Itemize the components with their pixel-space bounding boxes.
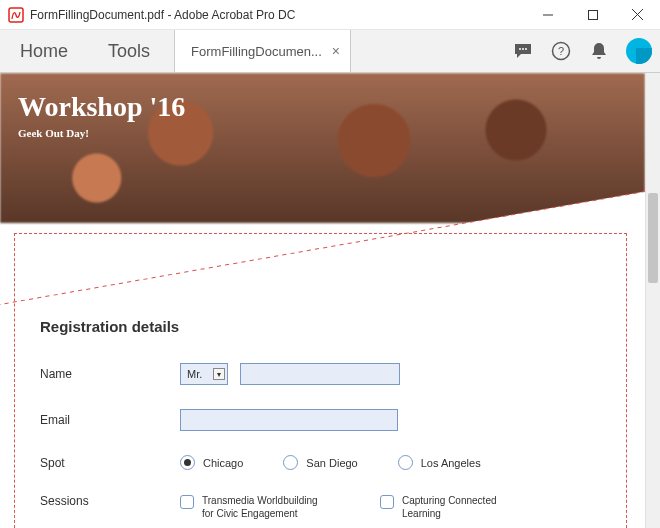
row-name: Name Mr. ▾: [40, 363, 615, 385]
name-label: Name: [40, 367, 180, 381]
scrollbar[interactable]: [645, 73, 660, 528]
spot-label: Spot: [40, 456, 180, 470]
window-title: FormFillingDocument.pdf - Adobe Acrobat …: [30, 8, 525, 22]
svg-text:?: ?: [558, 45, 564, 57]
tab-document-label: FormFillingDocumen...: [191, 44, 322, 59]
checkbox-icon: [380, 495, 394, 509]
hero-subtitle: Geek Out Day!: [18, 127, 185, 139]
chevron-down-icon: ▾: [213, 368, 225, 380]
scrollbar-thumb[interactable]: [648, 193, 658, 283]
radio-label: Chicago: [203, 457, 243, 469]
row-spot: Spot Chicago San Diego Los Angeles: [40, 455, 615, 470]
hero-title: Workshop '16: [18, 91, 185, 123]
acrobat-icon: [8, 7, 24, 23]
email-label: Email: [40, 413, 180, 427]
close-tab-icon[interactable]: ×: [332, 43, 340, 59]
avatar[interactable]: [626, 38, 652, 64]
radio-icon: [283, 455, 298, 470]
radio-losangeles[interactable]: Los Angeles: [398, 455, 481, 470]
row-sessions: Sessions Transmedia Worldbuilding for Ci…: [40, 494, 615, 520]
bell-icon[interactable]: [580, 30, 618, 72]
svg-point-5: [519, 48, 521, 50]
close-button[interactable]: [615, 0, 660, 30]
check-label: Transmedia Worldbuilding for Civic Engag…: [202, 494, 332, 520]
email-input[interactable]: [180, 409, 398, 431]
hero-text: Workshop '16 Geek Out Day!: [18, 91, 185, 139]
tab-home[interactable]: Home: [0, 30, 88, 72]
document-page: Workshop '16 Geek Out Day! Registration …: [0, 73, 645, 528]
toolbar: Home Tools FormFillingDocumen... × ?: [0, 30, 660, 73]
check-session-2[interactable]: Capturing Connected Learning: [380, 494, 512, 520]
form-heading: Registration details: [40, 318, 615, 335]
row-email: Email: [40, 409, 615, 431]
tab-tools[interactable]: Tools: [88, 30, 170, 72]
help-icon[interactable]: ?: [542, 30, 580, 72]
svg-rect-2: [588, 10, 597, 19]
svg-point-6: [522, 48, 524, 50]
radio-icon: [398, 455, 413, 470]
maximize-button[interactable]: [570, 0, 615, 30]
radio-label: Los Angeles: [421, 457, 481, 469]
name-input[interactable]: [240, 363, 400, 385]
comment-icon[interactable]: [504, 30, 542, 72]
radio-sandiego[interactable]: San Diego: [283, 455, 357, 470]
radio-icon: [180, 455, 195, 470]
checkbox-icon: [180, 495, 194, 509]
registration-form: Registration details Name Mr. ▾ Email Sp…: [40, 318, 615, 528]
salutation-select[interactable]: Mr. ▾: [180, 363, 228, 385]
minimize-button[interactable]: [525, 0, 570, 30]
tab-document[interactable]: FormFillingDocumen... ×: [174, 30, 351, 72]
radio-chicago[interactable]: Chicago: [180, 455, 243, 470]
salutation-value: Mr.: [187, 368, 202, 380]
check-label: Capturing Connected Learning: [402, 494, 512, 520]
svg-point-7: [525, 48, 527, 50]
titlebar: FormFillingDocument.pdf - Adobe Acrobat …: [0, 0, 660, 30]
radio-label: San Diego: [306, 457, 357, 469]
check-session-1[interactable]: Transmedia Worldbuilding for Civic Engag…: [180, 494, 332, 520]
sessions-label: Sessions: [40, 494, 180, 508]
